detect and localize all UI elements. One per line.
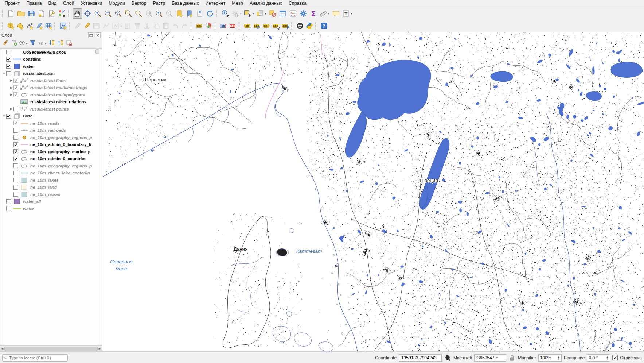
- menu-1[interactable]: Проект: [1, 0, 23, 6]
- layer-diagram-button[interactable]: [204, 21, 213, 31]
- new-bookmark-button[interactable]: [175, 8, 184, 19]
- chevron-down-icon[interactable]: ▼: [252, 12, 254, 15]
- zoom-next-button[interactable]: [164, 8, 174, 19]
- expander-icon[interactable]: ▶: [9, 93, 13, 96]
- label-toolbar-extra-button[interactable]: abc: [281, 21, 290, 31]
- measure-button[interactable]: ▼: [319, 8, 331, 19]
- open-project-button[interactable]: [16, 8, 26, 19]
- layer-tree-item[interactable]: ne_10m_land: [0, 184, 102, 191]
- layer-tree-item[interactable]: ne_10m_ocean: [0, 191, 102, 198]
- text-annotation-button[interactable]: T▼: [341, 8, 353, 19]
- modify-attributes-button[interactable]: [124, 21, 132, 31]
- identify-features-button[interactable]: i: [220, 8, 230, 19]
- rotate-label-button[interactable]: abc: [253, 21, 261, 31]
- layer-tree-item[interactable]: ne_10m_admin_0_countries: [0, 155, 102, 163]
- python-console-button[interactable]: [305, 21, 314, 31]
- mouse-position-icon[interactable]: [444, 354, 451, 362]
- layer-tree-item[interactable]: ne_10m_roads: [0, 120, 102, 127]
- filter-by-expression-button[interactable]: ε▼: [38, 39, 47, 48]
- manage-map-themes-button[interactable]: ▼: [19, 39, 28, 48]
- style-manager-button[interactable]: a: [57, 8, 67, 19]
- menu-7[interactable]: Вектор: [128, 0, 149, 6]
- vertex-tool-button[interactable]: [59, 21, 67, 31]
- help-button[interactable]: ?: [320, 21, 328, 31]
- zoom-to-selection-button[interactable]: [124, 8, 133, 19]
- layer-visibility-checkbox[interactable]: [13, 163, 18, 168]
- expander-icon[interactable]: ▶: [9, 86, 13, 89]
- current-edits-button[interactable]: [73, 21, 82, 31]
- menu-3[interactable]: Вид: [45, 0, 60, 6]
- open-layer-styling-button[interactable]: [1, 39, 9, 48]
- new-mesh-layer-button[interactable]: [44, 21, 53, 31]
- redo-button[interactable]: [180, 21, 189, 31]
- show-bookmarks-button[interactable]: [185, 8, 194, 19]
- collapse-all-button[interactable]: [56, 39, 65, 48]
- layer-tree-item[interactable]: ▼russia-latest.osm: [0, 70, 102, 77]
- paste-features-button[interactable]: [161, 21, 170, 31]
- layout-manager-button[interactable]: [47, 8, 56, 19]
- layer-tree-item[interactable]: ▶russia-latest multipolygons: [0, 91, 102, 99]
- chevron-down-icon[interactable]: ▼: [350, 12, 353, 15]
- change-label-button[interactable]: abc: [262, 21, 271, 31]
- layer-tree-item[interactable]: ne_10m_lakes: [0, 177, 102, 184]
- expand-all-button[interactable]: [48, 39, 56, 48]
- layer-visibility-checkbox[interactable]: [13, 149, 18, 154]
- layer-visibility-checkbox[interactable]: [6, 199, 11, 204]
- add-group-button[interactable]: [10, 39, 18, 48]
- layer-visibility-checkbox[interactable]: [13, 121, 18, 125]
- new-map-view-button[interactable]: [195, 8, 204, 19]
- remove-layer-button[interactable]: [65, 39, 73, 48]
- layer-visibility-checkbox[interactable]: [13, 142, 18, 147]
- new-project-button[interactable]: [6, 8, 16, 19]
- rotation-spinbox[interactable]: 0,0 ° ▲▼: [587, 354, 610, 362]
- attribute-table-button[interactable]: [278, 8, 288, 19]
- show-statistics-button[interactable]: Σ: [309, 8, 318, 19]
- new-geopackage-layer-button[interactable]: [6, 21, 15, 31]
- layer-tree-item[interactable]: water_all: [0, 198, 102, 205]
- statistical-summary-button[interactable]: [288, 8, 298, 19]
- layer-visibility-checkbox[interactable]: [6, 57, 11, 62]
- zoom-in-button[interactable]: [93, 8, 102, 19]
- spinner-arrows-icon[interactable]: ▲▼: [606, 356, 608, 360]
- layer-visibility-checkbox[interactable]: [13, 128, 18, 133]
- layer-visibility-checkbox[interactable]: [13, 185, 18, 190]
- layer-labeling-button[interactable]: abc: [195, 21, 204, 31]
- menu-2[interactable]: Правка: [23, 0, 45, 6]
- pan-map-button[interactable]: [73, 8, 82, 19]
- menu-5[interactable]: Установки: [77, 0, 105, 6]
- select-features-button[interactable]: ▼: [243, 8, 255, 19]
- menu-4[interactable]: Слой: [60, 0, 77, 6]
- layer-tree-item[interactable]: ne_10m_railroads: [0, 127, 102, 134]
- layer-visibility-checkbox[interactable]: [13, 135, 18, 140]
- spinner-arrows-icon[interactable]: ▲▼: [558, 356, 560, 360]
- map-canvas[interactable]: НорвегияШвецияДанияКаттегатСеверноеморе: [102, 32, 644, 351]
- hscroll-left-icon[interactable]: ◀: [0, 347, 5, 351]
- layer-indicator-icon[interactable]: [95, 49, 99, 55]
- layer-tree-item[interactable]: coastline: [0, 56, 102, 63]
- menu-12[interactable]: Анализ данных: [246, 0, 285, 6]
- layer-visibility-checkbox[interactable]: [13, 85, 18, 90]
- layer-visibility-checkbox[interactable]: [6, 50, 11, 54]
- run-feature-action-button[interactable]: ▼: [231, 8, 242, 19]
- layer-tree-item[interactable]: water: [0, 63, 102, 70]
- save-edits-button[interactable]: [92, 21, 101, 31]
- layer-tree-item[interactable]: ▶russia-latest multilinestrings: [0, 84, 102, 92]
- layer-visibility-checkbox[interactable]: [6, 71, 11, 76]
- layer-tree-item[interactable]: ▶russia-latest points: [0, 105, 102, 113]
- toggle-editing-button[interactable]: [83, 21, 91, 31]
- locate-input[interactable]: [8, 355, 66, 360]
- layer-tree-item[interactable]: ▼Base: [0, 113, 102, 120]
- select-by-form-button[interactable]: ▼: [255, 8, 267, 19]
- layer-tree-item[interactable]: ne_10m_geography_marine_p: [0, 148, 102, 155]
- label-properties-button[interactable]: abc: [272, 21, 280, 31]
- layer-tree-item[interactable]: ne_10m_geography_regions_p: [0, 134, 102, 141]
- zoom-last-button[interactable]: [154, 8, 164, 19]
- layer-visibility-checkbox[interactable]: [6, 64, 11, 69]
- processing-toolbox-button[interactable]: [298, 8, 308, 19]
- move-label-button[interactable]: ab: [243, 21, 252, 31]
- pan-to-selection-button[interactable]: [83, 8, 92, 19]
- layer-tree-item[interactable]: russia-latest other_relations: [0, 99, 102, 106]
- zoom-out-button[interactable]: [103, 8, 113, 19]
- chevron-down-icon[interactable]: ▼: [328, 12, 330, 15]
- hscroll-right-icon[interactable]: ▶: [97, 347, 102, 351]
